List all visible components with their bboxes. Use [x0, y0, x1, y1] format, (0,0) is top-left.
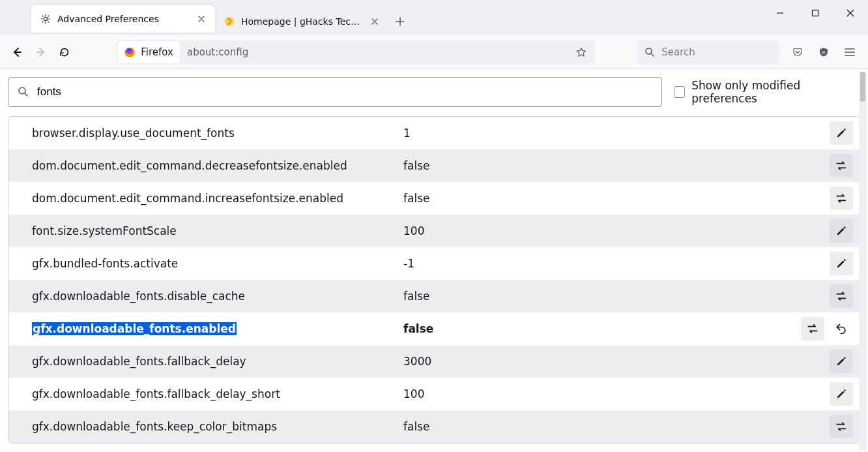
scrollbar[interactable] — [859, 72, 867, 451]
pref-filter-wrap[interactable] — [8, 77, 662, 107]
reload-icon — [59, 46, 70, 58]
pref-value: false — [403, 322, 801, 335]
tab-1[interactable]: Homepage | gHacks Technology News — [215, 8, 388, 35]
svg-text:u: u — [822, 50, 825, 54]
show-modified-only-checkbox[interactable]: Show only modified preferences — [674, 79, 860, 105]
tab-title: Advanced Preferences — [57, 14, 189, 24]
identity-box[interactable]: Firefox — [117, 40, 181, 64]
tab-close-button[interactable] — [369, 16, 381, 27]
pref-actions — [830, 187, 853, 210]
pref-name: gfx.bundled-fonts.activate — [32, 257, 403, 270]
undo-icon — [835, 322, 848, 335]
pref-row[interactable]: gfx.downloadable_fonts.enabledfalse — [8, 312, 860, 345]
pref-edit-button[interactable] — [830, 382, 853, 406]
pref-value: 3000 — [403, 355, 830, 368]
svg-rect-1 — [813, 10, 818, 16]
arrow-right-icon — [35, 46, 47, 58]
arrow-left-icon — [11, 46, 23, 58]
window-close-button[interactable] — [833, 0, 868, 26]
new-tab-button[interactable] — [388, 10, 412, 33]
pref-actions — [830, 121, 853, 145]
hamburger-icon — [844, 46, 856, 58]
search-bar[interactable]: Search — [637, 40, 779, 64]
pocket-button[interactable] — [786, 40, 809, 64]
ublock-button[interactable]: u — [812, 40, 835, 64]
pref-edit-button[interactable] — [830, 121, 853, 145]
back-button[interactable] — [7, 40, 27, 64]
pref-name: gfx.downloadable_fonts.keep_color_bitmap… — [32, 420, 403, 433]
pref-row[interactable]: font.size.systemFontScale100 — [8, 215, 860, 247]
window-maximize-button[interactable] — [798, 0, 833, 26]
pref-name: gfx.downloadable_fonts.fallback_delay_sh… — [32, 387, 403, 400]
pref-name: gfx.downloadable_fonts.enabled — [32, 322, 403, 335]
about-config-content: Show only modified preferences browser.d… — [0, 69, 868, 452]
star-icon — [575, 46, 587, 58]
url-bar[interactable]: Firefox about:config — [117, 40, 595, 64]
svg-point-0 — [225, 17, 234, 26]
pref-row[interactable]: gfx.downloadable_fonts.fallback_delay_sh… — [8, 378, 860, 410]
forward-button[interactable] — [30, 40, 51, 64]
minimize-icon — [776, 9, 784, 17]
pencil-icon — [835, 258, 847, 269]
preferences-list: browser.display.use_document_fonts1dom.d… — [8, 116, 860, 444]
pref-name: gfx.downloadable_fonts.disable_cache — [32, 290, 403, 303]
checkbox-label: Show only modified preferences — [691, 79, 860, 105]
pref-toggle-button[interactable] — [830, 415, 853, 438]
pref-edit-button[interactable] — [830, 252, 853, 275]
toggle-arrows-icon — [835, 290, 848, 303]
pref-toggle-button[interactable] — [830, 187, 853, 210]
scrollbar-thumb[interactable] — [860, 72, 865, 102]
tab-favicon-icon — [40, 14, 51, 24]
pref-actions — [830, 154, 853, 177]
identity-label: Firefox — [141, 46, 173, 58]
pref-name: gfx.downloadable_fonts.fallback_delay — [32, 355, 403, 368]
pref-value: false — [403, 290, 830, 303]
pref-row[interactable]: browser.display.use_document_fonts1 — [8, 117, 860, 149]
pref-actions — [830, 350, 853, 373]
pref-actions — [830, 252, 853, 275]
tab-title: Homepage | gHacks Technology News — [241, 16, 362, 27]
maximize-icon — [811, 9, 819, 17]
pencil-icon — [835, 225, 847, 237]
search-icon — [644, 47, 655, 57]
firefox-logo-icon — [124, 46, 136, 58]
tab-0[interactable]: Advanced Preferences — [31, 5, 215, 33]
pref-row[interactable]: dom.document.edit_command.increasefontsi… — [8, 182, 860, 215]
pref-value: false — [403, 192, 830, 205]
reload-button[interactable] — [54, 40, 75, 64]
pref-row[interactable]: gfx.bundled-fonts.activate-1 — [8, 247, 860, 280]
search-icon — [18, 86, 29, 98]
pref-edit-button[interactable] — [830, 219, 853, 243]
pref-name: dom.document.edit_command.increasefontsi… — [32, 192, 403, 205]
pref-actions — [830, 382, 853, 406]
close-icon — [198, 16, 205, 22]
pref-filter-input[interactable] — [36, 85, 652, 99]
pencil-icon — [835, 388, 847, 400]
url-text: about:config — [181, 46, 571, 58]
close-icon — [371, 18, 378, 25]
pref-toggle-button[interactable] — [830, 154, 853, 177]
window-minimize-button[interactable] — [762, 0, 798, 26]
pref-edit-button[interactable] — [830, 350, 853, 373]
pref-name: font.size.systemFontScale — [32, 224, 403, 237]
pref-name: dom.document.edit_command.decreasefontsi… — [32, 159, 403, 172]
pencil-icon — [835, 355, 847, 367]
pref-row[interactable]: gfx.downloadable_fonts.fallback_delay300… — [8, 345, 860, 378]
pref-row[interactable]: dom.document.edit_command.decreasefontsi… — [8, 149, 860, 182]
pref-toggle-button[interactable] — [830, 284, 853, 308]
bookmark-star-button[interactable] — [571, 42, 591, 62]
toggle-arrows-icon — [835, 192, 848, 205]
app-menu-button[interactable] — [838, 40, 861, 64]
pref-toggle-button[interactable] — [801, 317, 824, 340]
pref-actions — [830, 219, 853, 243]
pencil-icon — [835, 127, 847, 139]
toggle-arrows-icon — [806, 322, 819, 335]
pref-reset-button[interactable] — [830, 317, 853, 340]
tab-favicon-icon — [224, 16, 235, 27]
pref-row[interactable]: gfx.downloadable_fonts.keep_color_bitmap… — [8, 410, 860, 443]
pref-value: 1 — [403, 127, 830, 140]
plus-icon — [396, 17, 405, 26]
tab-close-button[interactable] — [195, 13, 207, 25]
pref-row[interactable]: gfx.downloadable_fonts.disable_cachefals… — [8, 280, 860, 312]
pref-value: 100 — [403, 224, 830, 237]
